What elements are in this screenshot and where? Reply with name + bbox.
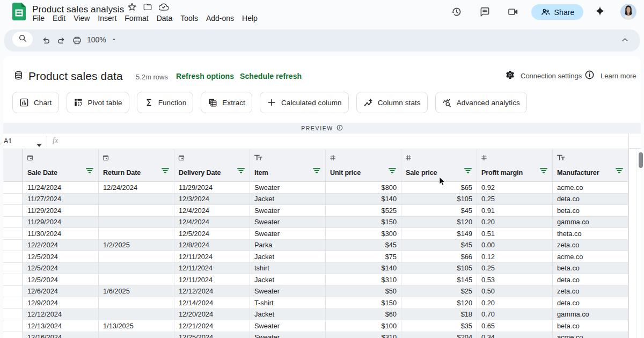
- cell-return-date[interactable]: [99, 217, 174, 229]
- cell-sale-date[interactable]: 11/29/2024: [23, 217, 99, 229]
- cell-sale-date[interactable]: 12/12/2024: [23, 309, 99, 321]
- cell-sale-price[interactable]: $120: [401, 297, 477, 309]
- name-box-caret-icon[interactable]: [36, 139, 42, 149]
- cell-manufacturer[interactable]: acme.co: [553, 251, 628, 263]
- cell-manufacturer[interactable]: zeta.co: [553, 240, 628, 252]
- column-header-item[interactable]: Item: [250, 149, 326, 181]
- cell-unit-price[interactable]: $150: [326, 297, 401, 309]
- cell-profit-margin[interactable]: 0.00: [477, 240, 553, 252]
- cell-item[interactable]: Parka: [250, 240, 326, 252]
- cell-sale-price[interactable]: $105: [401, 263, 477, 275]
- menu-file[interactable]: File: [28, 13, 49, 24]
- collapse-toolbar-icon[interactable]: [621, 36, 629, 46]
- cell-profit-margin[interactable]: 0.53: [477, 274, 553, 286]
- menu-data[interactable]: Data: [152, 13, 177, 24]
- cell-sale-price[interactable]: $66: [401, 251, 477, 263]
- cell-item[interactable]: Jacket: [250, 194, 326, 205]
- star-icon[interactable]: [128, 3, 136, 11]
- cell-item[interactable]: Sweater: [250, 217, 326, 229]
- video-call-icon[interactable]: [508, 6, 518, 17]
- cell-unit-price[interactable]: $60: [326, 309, 401, 321]
- cell-manufacturer[interactable]: deta.co: [553, 194, 628, 205]
- cell-unit-price[interactable]: $150: [326, 217, 401, 229]
- cell-return-date[interactable]: 12/24/2024: [99, 182, 174, 194]
- cell-profit-margin[interactable]: 0.34: [477, 332, 553, 338]
- cell-item[interactable]: Jacket: [250, 309, 326, 321]
- cell-profit-margin[interactable]: 0.25: [477, 263, 553, 275]
- cell-profit-margin[interactable]: 0.12: [477, 251, 553, 263]
- calculated-column-button[interactable]: Calculated column: [260, 92, 349, 113]
- cell-unit-price[interactable]: $140: [326, 194, 401, 205]
- filter-icon[interactable]: [616, 166, 623, 175]
- cell-return-date[interactable]: [99, 309, 174, 321]
- cell-return-date[interactable]: [99, 251, 174, 263]
- cell-delivery-date[interactable]: 12/3/2024: [174, 194, 250, 205]
- chart-button[interactable]: Chart: [12, 92, 59, 113]
- column-header-manufacturer[interactable]: Manufacturer: [553, 149, 628, 181]
- filter-icon[interactable]: [389, 166, 396, 175]
- refresh-options-link[interactable]: Refresh options: [176, 72, 234, 80]
- cell-item[interactable]: Sweater: [250, 332, 326, 338]
- cell-profit-margin[interactable]: 0.25: [477, 194, 553, 205]
- menu-insert[interactable]: Insert: [94, 13, 121, 24]
- filter-icon[interactable]: [313, 166, 320, 175]
- version-history-icon[interactable]: [451, 6, 462, 17]
- cell-profit-margin[interactable]: 0.65: [477, 320, 553, 332]
- column-header-profit-margin[interactable]: Profit margin: [477, 149, 553, 181]
- filter-icon[interactable]: [237, 166, 245, 175]
- function-button[interactable]: Function: [137, 92, 194, 113]
- cell-manufacturer[interactable]: zeta.co: [553, 286, 628, 298]
- zoom-control[interactable]: 100%: [87, 35, 117, 45]
- cell-profit-margin[interactable]: 0.20: [477, 217, 553, 229]
- cell-delivery-date[interactable]: 12/11/2024: [174, 263, 250, 275]
- learn-more-button[interactable]: Learn more: [584, 70, 636, 82]
- cell-sale-date[interactable]: 11/24/2024: [23, 182, 99, 194]
- connection-settings-button[interactable]: Connection settings: [505, 70, 582, 82]
- cell-sale-price[interactable]: $105: [401, 194, 477, 205]
- cell-return-date[interactable]: [99, 194, 174, 205]
- cell-unit-price[interactable]: $75: [326, 251, 401, 263]
- cell-delivery-date[interactable]: 12/8/2024: [174, 240, 250, 252]
- cell-item[interactable]: tshirt: [250, 263, 326, 275]
- preview-info-icon[interactable]: [336, 123, 343, 133]
- cell-unit-price[interactable]: $100: [326, 320, 401, 332]
- cell-profit-margin[interactable]: 0.91: [477, 205, 553, 217]
- cell-sale-price[interactable]: $45: [401, 205, 477, 217]
- scrollbar-track[interactable]: [636, 149, 641, 338]
- cell-sale-price[interactable]: $45: [401, 240, 477, 252]
- column-header-sale-date[interactable]: Sale Date: [23, 149, 99, 181]
- cell-sale-date[interactable]: 12/5/2024: [23, 251, 99, 263]
- move-folder-icon[interactable]: [143, 3, 152, 11]
- cell-delivery-date[interactable]: 12/12/2024: [174, 286, 250, 298]
- filter-icon[interactable]: [540, 166, 547, 175]
- cell-sale-date[interactable]: 12/2/2024: [23, 240, 99, 252]
- cell-sale-date[interactable]: 12/9/2024: [23, 297, 99, 309]
- menu-edit[interactable]: Edit: [49, 13, 70, 24]
- cell-delivery-date[interactable]: 12/4/2024: [174, 205, 250, 217]
- cell-item[interactable]: Sweater: [250, 228, 326, 240]
- cell-sale-date[interactable]: 11/27/2024: [23, 194, 99, 205]
- filter-icon[interactable]: [86, 166, 93, 175]
- cell-return-date[interactable]: 1/6/2025: [99, 286, 174, 298]
- pivot-table-button[interactable]: Pivot table: [67, 92, 129, 113]
- avatar[interactable]: [620, 4, 636, 20]
- cell-delivery-date[interactable]: 12/4/2024: [174, 217, 250, 229]
- cell-profit-margin[interactable]: 0.51: [477, 228, 553, 240]
- advanced-analytics-button[interactable]: Advanced analytics: [435, 92, 527, 113]
- cell-manufacturer[interactable]: acme.co: [553, 182, 628, 194]
- cell-sale-date[interactable]: 12/5/2024: [23, 263, 99, 275]
- cell-item[interactable]: Sweater: [250, 320, 326, 332]
- column-header-unit-price[interactable]: Unit price: [326, 149, 401, 181]
- share-button[interactable]: Share: [531, 4, 583, 20]
- cell-sale-date[interactable]: 12/5/2024: [23, 274, 99, 286]
- cell-delivery-date[interactable]: 12/5/2024: [174, 228, 250, 240]
- cell-delivery-date[interactable]: 12/21/2024: [174, 320, 250, 332]
- cell-sale-price[interactable]: $35: [401, 320, 477, 332]
- cell-return-date[interactable]: [99, 332, 174, 338]
- cell-item[interactable]: Sweater: [250, 286, 326, 298]
- cell-return-date[interactable]: [99, 205, 174, 217]
- cell-delivery-date[interactable]: 12/11/2024: [174, 274, 250, 286]
- cell-profit-margin[interactable]: 0.70: [477, 309, 553, 321]
- cell-delivery-date[interactable]: 12/11/2024: [174, 251, 250, 263]
- cell-unit-price[interactable]: $310: [326, 332, 401, 338]
